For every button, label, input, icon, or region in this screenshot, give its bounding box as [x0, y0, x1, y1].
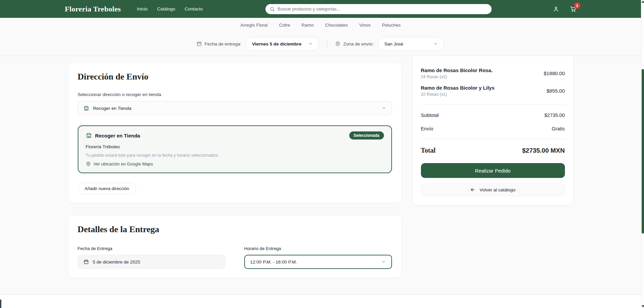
address-select-value: Recoger en Tienda	[93, 106, 378, 111]
brand-logo[interactable]: Floreria Treboles	[65, 5, 121, 13]
search-input[interactable]	[265, 4, 492, 14]
add-address-button[interactable]: Añadir nueva dirección	[78, 183, 136, 194]
cart-button[interactable]: 3	[570, 6, 576, 12]
item-name: Ramo de Rosas Bicolor Rosa.	[421, 67, 544, 73]
shipping-address-title: Dirección de Envío	[78, 72, 392, 82]
corner-mark	[0, 300, 1, 308]
delivery-details-title: Detalles de la Entrega	[78, 224, 392, 235]
shipping-cost-value: Gratis	[552, 126, 565, 131]
calendar-icon	[83, 259, 89, 265]
map-pin-icon	[86, 161, 91, 166]
item-details: 24 Rosas (x2)	[421, 74, 544, 79]
category-cofre[interactable]: Cofre	[279, 23, 290, 28]
user-account-button[interactable]	[553, 6, 559, 12]
main-content: Dirección de Envío Seleccionar dirección…	[0, 56, 641, 295]
item-price: $855.00	[546, 88, 565, 94]
nav-catalogo[interactable]: Catálogo	[157, 6, 175, 11]
delivery-date-field-value: 5 de diciembre de 2025	[93, 259, 140, 265]
scroll-down-arrow-icon[interactable]	[642, 305, 644, 307]
pickup-option-card[interactable]: Recoger en Tienda Seleccionada Florería …	[78, 125, 392, 173]
selected-badge: Seleccionada	[349, 131, 384, 140]
address-select[interactable]: Recoger en Tienda	[78, 101, 392, 115]
store-name: Florería Tréboles	[86, 144, 384, 149]
delivery-date-field[interactable]: 5 de diciembre de 2025	[78, 255, 225, 269]
delivery-date-label: Fecha de entrega:	[196, 41, 242, 47]
delivery-date-value: Viernes 5 de diciembre	[252, 41, 301, 47]
category-ramo[interactable]: Ramo	[301, 23, 314, 28]
sub-header: Arreglo Floral Cofre Ramo Chocolates Vin…	[0, 18, 641, 56]
category-nav: Arreglo Floral Cofre Ramo Chocolates Vin…	[0, 18, 641, 32]
chevron-down-icon	[433, 41, 438, 46]
delivery-details-card: Detalles de la Entrega Fecha de Entrega …	[68, 215, 402, 278]
summary-divider	[421, 104, 565, 104]
main-nav: Inicio Catálogo Contacto	[137, 6, 203, 11]
store-icon	[83, 105, 89, 111]
google-maps-link[interactable]: Ver ubicación en Google Maps	[86, 161, 384, 166]
chevron-down-icon	[382, 106, 386, 111]
shipping-row: Envío Gratis	[421, 126, 565, 131]
pickup-note: Tu pedido estará listo para recoger en l…	[86, 153, 384, 158]
footer-strip	[0, 295, 641, 308]
total-label: Total	[421, 147, 436, 154]
category-peluches[interactable]: Peluches	[382, 23, 401, 28]
subtotal-row: Subtotal $2735.00	[421, 113, 565, 118]
order-summary-card: Ramo de Rosas Bicolor Rosa. 24 Rosas (x2…	[413, 56, 573, 205]
item-details: 10 Rosas (x1)	[421, 92, 547, 97]
shipping-cost-label: Envío	[421, 126, 433, 131]
cart-count-badge: 3	[574, 2, 580, 9]
category-arreglo-floral[interactable]: Arreglo Floral	[240, 23, 267, 28]
scrollbar-thumb[interactable]	[642, 69, 644, 234]
place-order-button[interactable]: Realizar Pedido	[421, 163, 565, 178]
pickup-option-title: Recoger en Tienda	[95, 133, 346, 138]
user-icon	[553, 6, 559, 12]
chevron-down-icon	[308, 41, 313, 46]
header: Floreria Treboles Inicio Catálogo Contac…	[0, 0, 641, 18]
scroll-up-arrow-icon[interactable]	[642, 1, 644, 3]
back-to-catalog-button[interactable]: Volver al catálogo	[421, 183, 565, 196]
arrow-left-icon	[470, 187, 475, 192]
delivery-time-field-label: Horario de Entrega	[244, 246, 392, 251]
summary-divider	[421, 139, 565, 139]
nav-inicio[interactable]: Inicio	[137, 6, 148, 11]
item-name: Ramo de Rosas Bicolor y Lilys	[421, 85, 547, 91]
delivery-date-field-label: Fecha de Entrega	[78, 246, 225, 251]
delivery-date-select[interactable]: Viernes 5 de diciembre	[246, 37, 319, 51]
filter-bar: Fecha de entrega: Viernes 5 de diciembre…	[0, 32, 641, 56]
store-icon	[86, 132, 92, 138]
page: Floreria Treboles Inicio Catálogo Contac…	[0, 0, 641, 308]
calendar-icon	[196, 41, 202, 47]
total-row: Total $2735.00 MXN	[421, 147, 565, 154]
shipping-zone-value: San José	[384, 41, 403, 47]
vertical-scrollbar[interactable]	[641, 0, 644, 308]
delivery-time-select[interactable]: 12:00 P.M. - 16:00 P.M.	[244, 255, 392, 269]
subtotal-label: Subtotal	[421, 113, 439, 118]
chevron-down-icon	[381, 259, 386, 264]
summary-item: Ramo de Rosas Bicolor Rosa. 24 Rosas (x2…	[421, 67, 565, 79]
category-chocolates[interactable]: Chocolates	[325, 23, 348, 28]
search-icon	[270, 6, 275, 12]
map-pin-icon	[335, 41, 341, 47]
total-value: $2735.00 MXN	[522, 147, 565, 154]
filter-divider	[327, 39, 327, 48]
shipping-address-card: Dirección de Envío Seleccionar dirección…	[68, 63, 402, 203]
nav-contacto[interactable]: Contacto	[185, 6, 203, 11]
delivery-time-value: 12:00 P.M. - 16:00 P.M.	[250, 259, 297, 265]
shipping-zone-label: Zona de envío:	[335, 41, 373, 47]
category-vinos[interactable]: Vinos	[359, 23, 371, 28]
subtotal-value: $2735.00	[544, 113, 565, 118]
item-price: $1880.00	[544, 70, 565, 76]
search-bar	[265, 4, 492, 14]
shipping-zone-select[interactable]: San José	[378, 37, 444, 51]
summary-item: Ramo de Rosas Bicolor y Lilys 10 Rosas (…	[421, 85, 565, 97]
address-select-label: Seleccionar dirección o recoger en tiend…	[78, 92, 392, 97]
